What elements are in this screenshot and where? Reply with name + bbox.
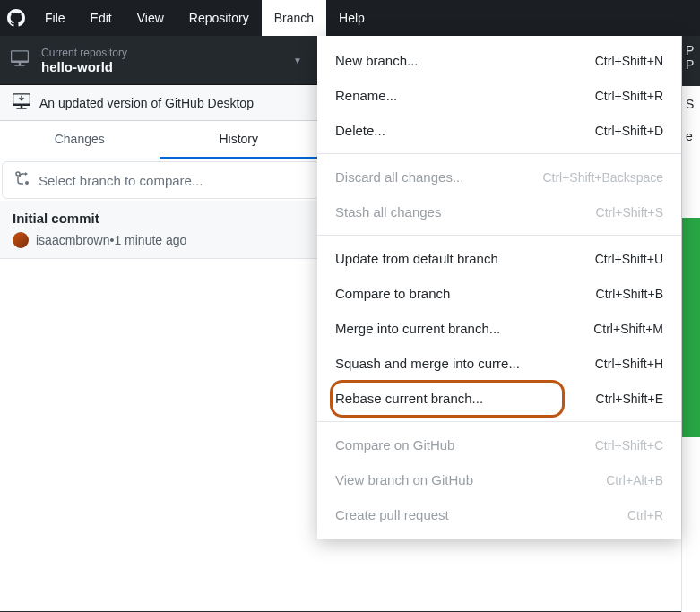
menu-item-label: View branch on GitHub bbox=[335, 472, 473, 487]
menu-item-label: Discard all changes... bbox=[335, 169, 463, 185]
menu-item-shortcut: Ctrl+Shift+N bbox=[595, 54, 663, 68]
menu-item-rename[interactable]: Rename...Ctrl+Shift+R bbox=[317, 78, 681, 113]
menu-view[interactable]: View bbox=[125, 0, 177, 36]
tab-changes[interactable]: Changes bbox=[0, 121, 160, 159]
repo-selector[interactable]: Current repository hello-world ▼ bbox=[0, 47, 318, 74]
menu-edit[interactable]: Edit bbox=[78, 0, 125, 36]
desktop-icon bbox=[11, 49, 29, 71]
menu-item-shortcut: Ctrl+Shift+Backspace bbox=[542, 170, 663, 185]
chevron-down-icon: ▼ bbox=[293, 56, 307, 65]
menu-item-shortcut: Ctrl+Shift+H bbox=[595, 357, 663, 371]
menu-item-update-from-default-branch[interactable]: Update from default branchCtrl+Shift+U bbox=[317, 241, 681, 276]
menu-item-label: Rebase current branch... bbox=[335, 391, 483, 406]
menubar: File Edit View Repository Branch Help bbox=[0, 0, 700, 36]
menu-item-shortcut: Ctrl+Shift+E bbox=[596, 392, 663, 406]
commit-meta: isaacmbrown • 1 minute ago bbox=[13, 232, 306, 248]
menu-separator bbox=[317, 153, 681, 154]
edge-green bbox=[682, 218, 700, 437]
menu-item-label: Compare to branch bbox=[335, 286, 450, 301]
menu-item-shortcut: Ctrl+Shift+U bbox=[595, 252, 663, 266]
menu-separator bbox=[317, 421, 681, 422]
menu-item-compare-to-branch[interactable]: Compare to branchCtrl+Shift+B bbox=[317, 276, 681, 311]
menu-item-label: New branch... bbox=[335, 53, 419, 68]
right-panel-edge: PP S e bbox=[681, 36, 700, 612]
menu-file[interactable]: File bbox=[32, 0, 78, 36]
menu-item-shortcut: Ctrl+Shift+B bbox=[596, 287, 663, 301]
menu-item-rebase-current-branch[interactable]: Rebase current branch...Ctrl+Shift+E bbox=[317, 381, 681, 416]
github-logo-icon bbox=[7, 9, 25, 27]
menu-item-label: Stash all changes bbox=[335, 204, 441, 220]
menu-item-label: Rename... bbox=[335, 88, 397, 103]
repo-selector-name: hello-world bbox=[41, 59, 127, 74]
download-desktop-icon bbox=[13, 92, 30, 114]
menu-item-squash-and-merge-into-curre[interactable]: Squash and merge into curre...Ctrl+Shift… bbox=[317, 346, 681, 381]
compare-branch-selector[interactable]: Select branch to compare... bbox=[2, 161, 320, 199]
git-compare-icon bbox=[15, 171, 30, 189]
menu-item-view-branch-on-github: View branch on GitHubCtrl+Alt+B bbox=[317, 462, 681, 497]
menu-item-delete[interactable]: Delete...Ctrl+Shift+D bbox=[317, 113, 681, 148]
menu-item-shortcut: Ctrl+Shift+D bbox=[595, 124, 663, 138]
menu-item-label: Squash and merge into curre... bbox=[335, 356, 520, 371]
update-text: An updated version of GitHub Desktop bbox=[39, 96, 254, 110]
menu-repository[interactable]: Repository bbox=[177, 0, 262, 36]
tabs: Changes History bbox=[0, 121, 318, 159]
edge-text: S bbox=[686, 97, 694, 111]
repo-selector-label: Current repository bbox=[41, 47, 127, 59]
menu-item-label: Create pull request bbox=[335, 507, 449, 522]
commit-author: isaacmbrown bbox=[36, 233, 109, 247]
tab-history[interactable]: History bbox=[160, 121, 319, 159]
compare-placeholder: Select branch to compare... bbox=[39, 173, 203, 188]
menu-item-label: Update from default branch bbox=[335, 251, 498, 266]
edge-text: P bbox=[686, 43, 696, 57]
branch-menu-dropdown: New branch...Ctrl+Shift+NRename...Ctrl+S… bbox=[317, 36, 681, 539]
menu-branch[interactable]: Branch bbox=[262, 0, 326, 36]
menu-item-discard-all-changes: Discard all changes...Ctrl+Shift+Backspa… bbox=[317, 159, 681, 194]
menu-item-shortcut: Ctrl+Alt+B bbox=[606, 473, 663, 487]
menu-item-merge-into-current-branch[interactable]: Merge into current branch...Ctrl+Shift+M bbox=[317, 311, 681, 346]
menu-item-compare-on-github: Compare on GitHubCtrl+Shift+C bbox=[317, 427, 681, 462]
svg-point-0 bbox=[25, 181, 29, 185]
menu-item-create-pull-request: Create pull requestCtrl+R bbox=[317, 497, 681, 532]
avatar bbox=[13, 232, 29, 248]
commit-item[interactable]: Initial commit isaacmbrown • 1 minute ag… bbox=[0, 201, 318, 259]
menu-item-shortcut: Ctrl+Shift+R bbox=[595, 89, 663, 103]
edge-text: P bbox=[686, 57, 696, 72]
menu-help[interactable]: Help bbox=[326, 0, 377, 36]
menu-item-shortcut: Ctrl+Shift+S bbox=[596, 205, 663, 220]
commit-time: 1 minute ago bbox=[114, 233, 186, 247]
menu-item-shortcut: Ctrl+Shift+M bbox=[593, 322, 663, 336]
menu-separator bbox=[317, 235, 681, 236]
edge-text: e bbox=[686, 129, 693, 143]
menu-item-label: Merge into current branch... bbox=[335, 321, 500, 336]
menu-item-shortcut: Ctrl+R bbox=[627, 508, 663, 522]
menu-item-stash-all-changes: Stash all changesCtrl+Shift+S bbox=[317, 194, 681, 229]
menu-item-label: Delete... bbox=[335, 123, 385, 138]
commit-title: Initial commit bbox=[13, 211, 306, 226]
menu-item-shortcut: Ctrl+Shift+C bbox=[595, 438, 663, 453]
menu-item-new-branch[interactable]: New branch...Ctrl+Shift+N bbox=[317, 43, 681, 78]
menu-item-label: Compare on GitHub bbox=[335, 437, 454, 453]
